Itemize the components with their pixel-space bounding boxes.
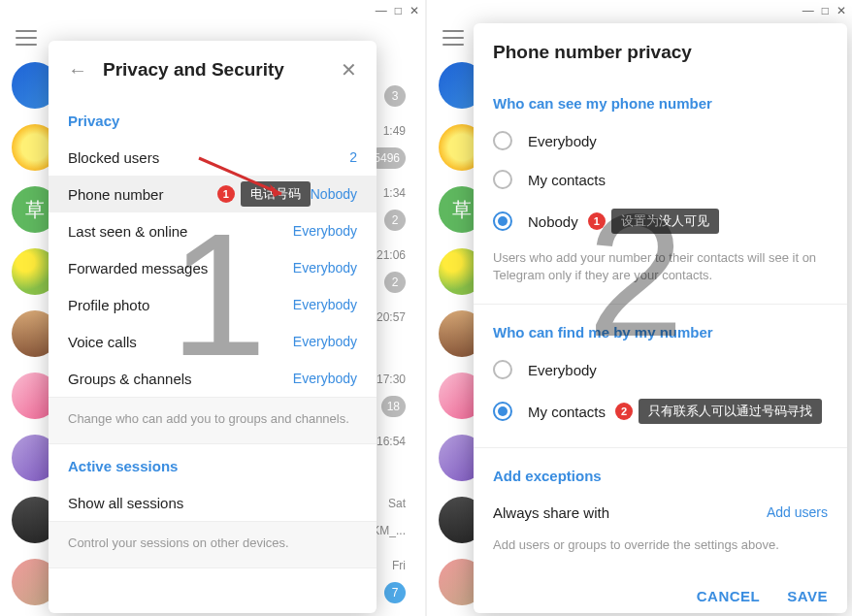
unread-badge: 3 — [384, 85, 406, 107]
chat-time: 1:49 — [383, 124, 406, 138]
setting-value: Everybody — [293, 223, 357, 239]
setting-blocked-users[interactable]: Blocked users 2 — [49, 139, 377, 176]
note-exceptions: Add users or groups to override the sett… — [474, 531, 847, 567]
radio-icon — [493, 402, 512, 421]
setting-groups-channels[interactable]: Groups & channels Everybody — [49, 360, 377, 397]
show-all-sessions[interactable]: Show all sessions — [49, 484, 377, 521]
chat-time: 21:06 — [377, 248, 406, 262]
unread-badge: 18 — [381, 396, 406, 417]
setting-label: Voice calls — [68, 334, 293, 350]
setting-label: Phone number — [68, 186, 213, 203]
menu-icon[interactable] — [442, 30, 464, 46]
radio-see-everybody[interactable]: Everybody — [474, 121, 847, 160]
setting-label: Blocked users — [68, 149, 349, 166]
close-icon[interactable]: ✕ — [410, 4, 419, 17]
section-footer-sessions: Control your sessions on other devices. — [49, 521, 377, 568]
radio-icon — [493, 170, 512, 189]
annotation-badge-1: 1 — [588, 212, 606, 230]
setting-value: Nobody — [311, 186, 357, 202]
setting-forwarded[interactable]: Forwarded messages Everybody — [49, 249, 377, 286]
chat-time: 1:34 — [383, 186, 406, 200]
radio-icon — [493, 211, 512, 231]
setting-label: Profile photo — [68, 297, 293, 313]
chat-time: 16:54 — [377, 435, 406, 448]
cancel-button[interactable]: CANCEL — [697, 588, 761, 604]
annotation-label-contacts: 只有联系人可以通过号码寻找 — [639, 399, 822, 424]
radio-find-everybody[interactable]: Everybody — [474, 350, 847, 389]
modal-header: Phone number privacy — [474, 23, 847, 81]
setting-value: Everybody — [293, 297, 357, 312]
radio-find-contacts[interactable]: My contacts 2 只有联系人可以通过号码寻找 — [474, 389, 847, 434]
modal-title: Phone number privacy — [493, 42, 828, 63]
radio-label: Nobody — [528, 213, 578, 230]
radio-icon — [493, 360, 512, 379]
always-share-with[interactable]: Always share with Add users — [474, 494, 847, 531]
setting-phone-number[interactable]: Phone number 1 电话号码 Nobody — [49, 176, 377, 212]
setting-label: Forwarded messages — [68, 260, 293, 276]
back-arrow-icon[interactable]: ← — [68, 59, 87, 81]
radio-label: Everybody — [528, 362, 597, 378]
setting-profile-photo[interactable]: Profile photo Everybody — [49, 286, 377, 323]
menu-icon[interactable] — [16, 30, 37, 46]
setting-label: Groups & channels — [68, 371, 293, 387]
radio-label: Everybody — [528, 133, 597, 149]
annotation-badge-2: 2 — [615, 403, 633, 420]
phone-privacy-modal: Phone number privacy Who can see my phon… — [474, 23, 847, 613]
radio-label: My contacts — [528, 404, 606, 420]
maximize-icon[interactable]: □ — [395, 4, 402, 17]
annotation-label-phone: 电话号码 — [241, 181, 311, 207]
chat-preview: KM_... — [372, 520, 406, 541]
section-add-exceptions: Add exceptions — [474, 454, 847, 494]
setting-value: Everybody — [293, 260, 357, 276]
unread-badge: 2 — [384, 210, 406, 231]
save-button[interactable]: SAVE — [787, 588, 828, 604]
divider — [474, 304, 847, 305]
setting-value: 2 — [349, 149, 357, 165]
maximize-icon[interactable]: □ — [822, 4, 829, 17]
note-who-can-see: Users who add your number to their conta… — [474, 243, 847, 298]
minimize-icon[interactable]: — — [803, 4, 814, 17]
modal-header: ← Privacy and Security ✕ — [49, 41, 377, 99]
setting-voice-calls[interactable]: Voice calls Everybody — [49, 323, 377, 360]
annotation-label-nobody: 设置为没人可见 — [611, 209, 719, 234]
setting-value: Everybody — [293, 371, 357, 386]
chat-time: 20:57 — [377, 310, 406, 324]
chat-time: Sat — [388, 497, 406, 510]
section-footer-groups: Change who can add you to groups and cha… — [49, 397, 377, 444]
section-active-sessions: Active sessions — [49, 444, 377, 484]
modal-footer: CANCEL SAVE — [474, 568, 847, 613]
privacy-security-modal: ← Privacy and Security ✕ Privacy Blocked… — [49, 41, 377, 613]
unread-badge: 2 — [384, 272, 406, 293]
annotation-badge-1: 1 — [217, 185, 235, 203]
titlebar: — □ ✕ — [0, 0, 425, 21]
section-who-can-find: Who can find me by my number — [474, 310, 847, 350]
close-icon[interactable]: ✕ — [836, 4, 846, 17]
radio-label: My contacts — [528, 172, 606, 188]
add-users-link[interactable]: Add users — [767, 504, 828, 520]
radio-icon — [493, 131, 512, 150]
setting-label: Show all sessions — [68, 495, 357, 511]
setting-value: Everybody — [293, 334, 357, 349]
setting-label: Last seen & online — [68, 223, 293, 240]
divider — [474, 447, 847, 448]
titlebar: — □ ✕ — [427, 0, 852, 21]
radio-see-contacts[interactable]: My contacts — [474, 160, 847, 199]
chat-time: Fri — [392, 559, 406, 572]
section-who-can-see: Who can see my phone number — [474, 81, 847, 121]
section-privacy: Privacy — [49, 99, 377, 139]
minimize-icon[interactable]: — — [376, 4, 387, 17]
setting-last-seen[interactable]: Last seen & online Everybody — [49, 212, 377, 249]
modal-title: Privacy and Security — [103, 59, 341, 81]
close-icon[interactable]: ✕ — [341, 58, 357, 81]
chat-time: 17:30 — [377, 373, 406, 386]
setting-label: Always share with — [493, 504, 767, 521]
radio-see-nobody[interactable]: Nobody 1 设置为没人可见 — [474, 199, 847, 243]
unread-badge: 7 — [384, 582, 406, 603]
